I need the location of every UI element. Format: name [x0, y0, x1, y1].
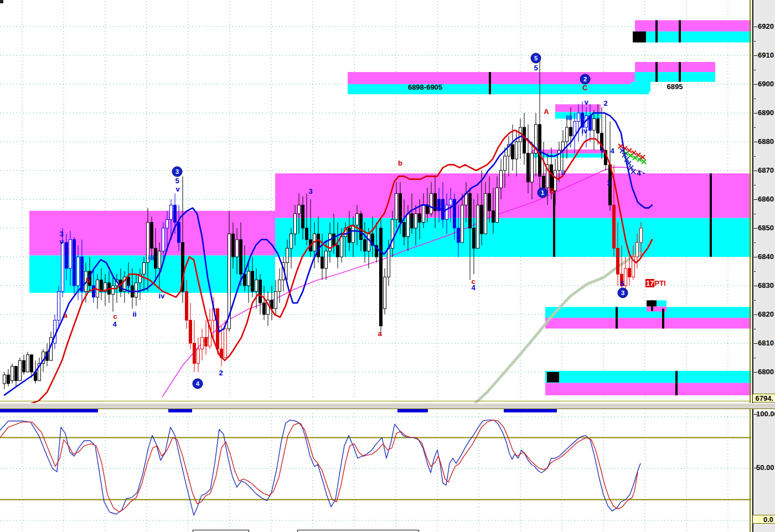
candle-body [11, 366, 14, 381]
candle-body [251, 271, 254, 291]
elliott-wave-label: 3 [607, 179, 611, 187]
candle-body [232, 234, 235, 257]
support-resistance-zone [531, 153, 604, 157]
candle-body [30, 355, 33, 372]
elliott-wave-label: 4 [471, 284, 475, 291]
price-axis-label: 6900 [758, 80, 774, 88]
candle-body [255, 280, 258, 292]
candle-body [69, 240, 72, 268]
candle-body [151, 223, 153, 249]
pti-value: 17 [645, 279, 654, 287]
elliott-wave-label: 4 [112, 321, 116, 328]
candle-body [306, 228, 308, 240]
axis-tick [754, 414, 757, 415]
candle-body [418, 214, 421, 223]
candle-body [542, 176, 545, 188]
candle-body [597, 118, 600, 133]
zone-price-label: 6898-6905 [408, 83, 442, 91]
candle-body [298, 205, 301, 214]
candle-body [19, 360, 22, 380]
candle-body [158, 251, 161, 268]
axis-tick [754, 286, 757, 286]
candle-body [577, 113, 580, 122]
candle-body [236, 240, 239, 257]
candle-body [23, 360, 25, 372]
candle-body [73, 240, 76, 286]
candle-body [480, 205, 483, 234]
pti-label: PTI [654, 279, 665, 287]
candle-body [294, 214, 297, 234]
axis-minor-tick [754, 99, 756, 99]
axis-tick [754, 228, 757, 229]
price-axis-label: 6860 [758, 195, 774, 203]
axis-tick [754, 343, 757, 344]
candle-body [317, 234, 320, 257]
candle-body [422, 205, 425, 222]
axis-tick [754, 113, 757, 113]
candle-body [193, 343, 196, 363]
zone-square-mark [633, 32, 646, 43]
candle-body [58, 291, 60, 320]
candle-body [515, 142, 518, 159]
candle-body [496, 188, 499, 222]
candle-body [143, 262, 146, 274]
candle-body [7, 375, 10, 384]
candle-body [154, 248, 157, 268]
support-resistance-zone [635, 72, 715, 82]
elliott-wave-label: v [175, 185, 179, 193]
candle-body [446, 205, 448, 219]
support-resistance-zone [545, 383, 751, 395]
elliott-wave-label: c [113, 313, 117, 320]
price-axis-label: 6870 [758, 166, 774, 174]
candle-body [65, 242, 68, 268]
candle-body [240, 240, 242, 274]
candle-body [302, 205, 304, 228]
elliott-wave-circle-label: 1 [538, 188, 548, 198]
candle-body [325, 251, 328, 268]
support-resistance-zone [635, 62, 715, 72]
elliott-wave-circle-label: 3 [172, 167, 183, 177]
support-resistance-zone [275, 173, 751, 218]
oscillator-zero-box: 0.0 [753, 515, 775, 524]
panel-splitter[interactable] [0, 403, 775, 409]
candle-body [337, 245, 339, 257]
price-chart-canvas[interactable] [0, 0, 775, 532]
elliott-wave-label: C [582, 84, 587, 91]
support-resistance-zone [348, 84, 649, 94]
candle-body [321, 257, 324, 268]
axis-tick [754, 55, 757, 56]
candle-body [488, 194, 491, 211]
support-resistance-zone [635, 20, 751, 32]
candle-body [162, 228, 165, 251]
candle-body [185, 291, 188, 320]
price-axis-label: 6850 [758, 224, 774, 232]
trend-bar-segment [504, 409, 557, 412]
elliott-wave-label: i [127, 282, 130, 289]
candle-body [407, 214, 410, 237]
oscillator-axis[interactable] [754, 412, 775, 532]
cursor-vertical-line [750, 0, 751, 532]
axis-tick [754, 199, 757, 200]
pti-indicator: 17 PTI [645, 279, 666, 287]
elliott-wave-label: 2 [219, 369, 223, 376]
price-axis-label: 6810 [758, 339, 774, 347]
candle-body [290, 234, 293, 248]
elliott-wave-label: B [549, 187, 554, 194]
candle-body [166, 219, 169, 228]
last-price-line [0, 401, 751, 401]
axis-minor-tick [754, 271, 756, 272]
zone-square-mark [547, 372, 559, 383]
candle-body [278, 280, 281, 292]
axis-tick [754, 27, 757, 27]
candle-body [593, 118, 596, 130]
candle-body [477, 205, 479, 248]
candle-body [411, 214, 414, 228]
price-axis-label: 6840 [758, 252, 774, 261]
axis-minor-tick [754, 214, 756, 214]
candle-body [197, 349, 200, 363]
axis-minor-tick [754, 300, 756, 301]
candle-body [500, 171, 503, 188]
candle-body [92, 286, 95, 297]
bottom-time-box [297, 530, 419, 532]
candle-body [170, 205, 173, 219]
